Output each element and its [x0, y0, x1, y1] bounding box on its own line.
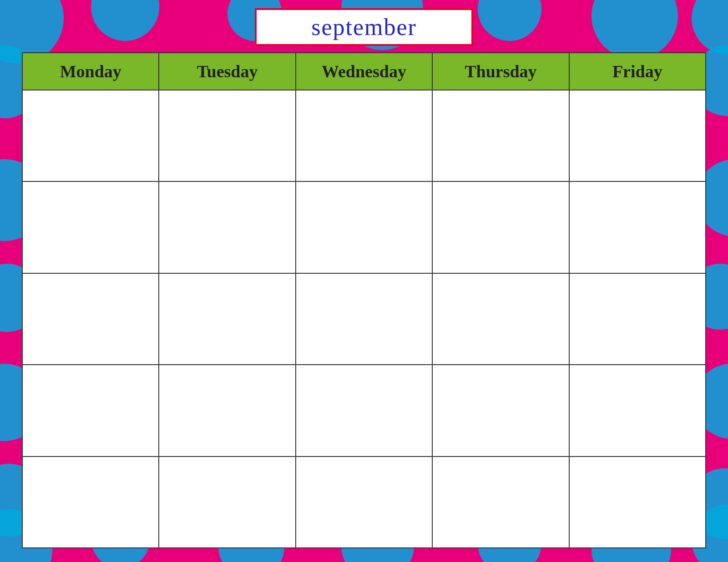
table-row	[22, 181, 706, 273]
cell-r5c1[interactable]	[22, 457, 159, 548]
calendar-body	[22, 90, 706, 548]
cell-r3c2[interactable]	[159, 273, 295, 365]
header-monday: Monday	[22, 53, 159, 90]
cell-r2c3[interactable]	[296, 181, 432, 273]
cell-r3c4[interactable]	[432, 273, 569, 365]
cell-r4c3[interactable]	[296, 365, 432, 456]
calendar-table: Monday Tuesday Wednesday Thursday Friday	[22, 52, 706, 548]
cell-r5c5[interactable]	[569, 457, 706, 548]
header-wednesday: Wednesday	[296, 53, 432, 90]
cell-r4c5[interactable]	[569, 365, 706, 456]
cell-r5c4[interactable]	[432, 457, 569, 548]
cell-r5c2[interactable]	[159, 457, 295, 548]
cell-r2c4[interactable]	[432, 181, 569, 273]
header-friday: Friday	[569, 53, 706, 90]
cell-r1c3[interactable]	[296, 90, 432, 181]
cell-r1c4[interactable]	[432, 90, 569, 181]
table-row	[22, 90, 706, 181]
cell-r2c2[interactable]	[159, 181, 295, 273]
cell-r1c1[interactable]	[22, 90, 159, 181]
cell-r4c4[interactable]	[432, 365, 569, 456]
header-row: Monday Tuesday Wednesday Thursday Friday	[22, 53, 706, 90]
cell-r3c3[interactable]	[296, 273, 432, 365]
header-thursday: Thursday	[432, 53, 569, 90]
cell-r4c1[interactable]	[22, 365, 159, 456]
cell-r1c2[interactable]	[159, 90, 295, 181]
table-row	[22, 273, 706, 365]
header-tuesday: Tuesday	[159, 53, 295, 90]
cell-r3c1[interactable]	[22, 273, 159, 365]
cell-r4c2[interactable]	[159, 365, 295, 456]
title-box: september	[255, 8, 473, 46]
cell-r5c3[interactable]	[296, 457, 432, 548]
calendar-header: Monday Tuesday Wednesday Thursday Friday	[22, 53, 706, 90]
cell-r2c5[interactable]	[569, 181, 706, 273]
cell-r3c5[interactable]	[569, 273, 706, 365]
page-wrapper: september Monday Tuesday Wednesday Thurs…	[0, 0, 728, 562]
table-row	[22, 365, 706, 456]
table-row	[22, 457, 706, 548]
cell-r1c5[interactable]	[569, 90, 706, 181]
month-title: september	[311, 14, 417, 40]
cell-r2c1[interactable]	[22, 181, 159, 273]
